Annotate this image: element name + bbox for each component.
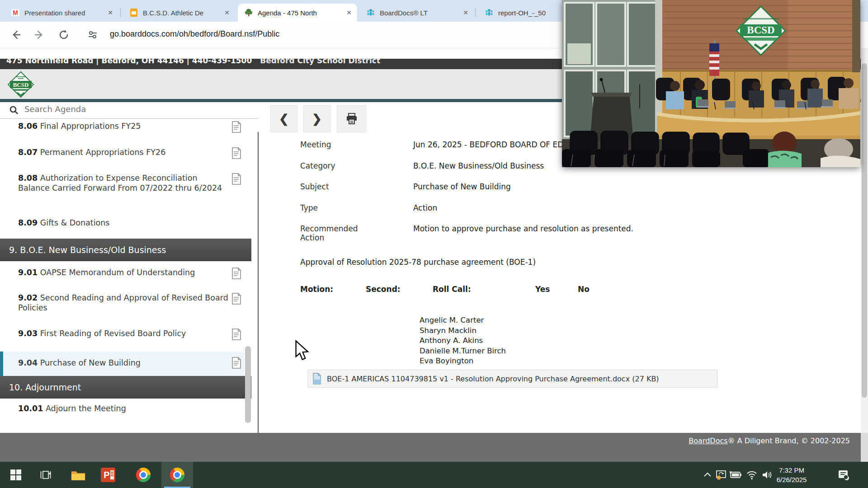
forward-icon[interactable] bbox=[33, 29, 45, 41]
document-icon[interactable] bbox=[231, 267, 241, 280]
close-icon[interactable]: ✕ bbox=[108, 9, 113, 16]
sidebar-item-8-06[interactable]: 8.06 Final Appropriations FY25 bbox=[0, 121, 231, 131]
item-label: Permanent Appropriations FY26 bbox=[40, 148, 166, 157]
action-center-icon[interactable] bbox=[837, 469, 850, 481]
vote-col-second: Second: bbox=[366, 285, 401, 294]
desktop: M Presentation shared ✕ B.C.S.D. Athleti… bbox=[0, 0, 868, 488]
tab-separator bbox=[120, 8, 121, 17]
member-name: Angelic M. Carter bbox=[420, 315, 506, 326]
tab-title: Agenda - 475 North bbox=[258, 9, 317, 17]
footer-text: ® A Diligent Brand, © 2002-2025 bbox=[728, 436, 850, 445]
item-number: 8.07 bbox=[18, 148, 38, 157]
close-icon[interactable]: ✕ bbox=[463, 9, 468, 16]
clock-date: 6/26/2025 bbox=[776, 475, 807, 484]
wifi-icon[interactable] bbox=[746, 469, 758, 480]
item-label: Purchase of New Building bbox=[40, 358, 141, 367]
search-agenda-input[interactable] bbox=[24, 104, 224, 114]
site-settings-icon[interactable] bbox=[87, 29, 99, 41]
display-sync-icon[interactable] bbox=[715, 469, 727, 481]
close-icon[interactable]: ✕ bbox=[224, 9, 230, 16]
board-member-list: Angelic M. Carter Sharyn Macklin Anthony… bbox=[420, 315, 506, 366]
sidebar-item-9-01[interactable]: 9.01 OAPSE Memorandum of Understanding bbox=[0, 267, 231, 277]
sidebar-item-9-03[interactable]: 9.03 First Reading of Revised Board Poli… bbox=[0, 328, 231, 338]
sidebar-item-8-09[interactable]: 8.09 Gifts & Donations bbox=[0, 218, 231, 228]
district-name: Bedford City School District bbox=[260, 59, 380, 65]
sidebar-item-9-04-selected[interactable]: 9.04 Purchase of New Building bbox=[0, 352, 244, 376]
tab-athletic[interactable]: B.C.S.D. Athletic De ✕ bbox=[123, 4, 235, 22]
volume-icon[interactable] bbox=[761, 469, 773, 480]
print-button[interactable] bbox=[337, 105, 366, 132]
slides-icon bbox=[129, 8, 138, 17]
tab-agenda-active[interactable]: Agenda - 475 North ✕ bbox=[238, 4, 357, 22]
mouse-cursor bbox=[295, 340, 310, 361]
item-number: 8.09 bbox=[18, 218, 38, 227]
address-bar[interactable]: go.boarddocs.com/oh/bedford/Board.nsf/Pu… bbox=[110, 29, 279, 39]
chrome-active-button[interactable] bbox=[170, 467, 185, 483]
section-label: 9. B.O.E. New Business/Old Business bbox=[9, 245, 166, 255]
item-body-text: Approval of Resolution 2025-78 purchase … bbox=[300, 258, 536, 267]
boarddocs-icon bbox=[366, 8, 375, 17]
agenda-sidebar: 8.06 Final Appropriations FY25 8.07 Perm… bbox=[0, 102, 258, 433]
chrome-button[interactable] bbox=[136, 467, 151, 483]
attachment-link[interactable]: BOE-1 AMERICAS 1104739815 v1 - Resolutio… bbox=[307, 370, 717, 388]
document-icon[interactable] bbox=[231, 147, 241, 160]
prev-item-button[interactable]: ❮ bbox=[270, 105, 297, 132]
tab-separator bbox=[475, 8, 476, 17]
sidebar-item-10-01[interactable]: 10.01 Adjourn the Meeting bbox=[0, 404, 231, 413]
task-view-button[interactable] bbox=[38, 467, 53, 483]
item-label: OAPSE Memorandum of Understanding bbox=[40, 268, 195, 277]
item-label: Adjourn the Meeting bbox=[46, 404, 126, 413]
sidebar-section-9[interactable]: 9. B.O.E. New Business/Old Business bbox=[0, 239, 251, 261]
next-item-button[interactable]: ❯ bbox=[303, 105, 330, 132]
chevron-right-icon: ❯ bbox=[312, 112, 322, 126]
page-scrollbar[interactable] bbox=[861, 48, 868, 462]
item-label: Gifts & Donations bbox=[40, 218, 110, 227]
vote-col-yes: Yes bbox=[535, 285, 550, 294]
document-icon[interactable] bbox=[231, 357, 241, 369]
item-label: First Reading of Revised Board Policy bbox=[40, 329, 186, 338]
taskbar-clock[interactable]: 7:32 PM 6/26/2025 bbox=[776, 465, 807, 484]
reload-icon[interactable] bbox=[58, 29, 70, 41]
vote-col-motion: Motion: bbox=[300, 285, 333, 294]
scrollbar-corner bbox=[861, 433, 868, 462]
vote-col-no: No bbox=[578, 285, 590, 294]
search-icon bbox=[9, 105, 19, 115]
item-label: Final Appropriations FY25 bbox=[40, 122, 141, 131]
svg-text:BCSD: BCSD bbox=[747, 24, 774, 36]
file-explorer-button[interactable] bbox=[71, 467, 86, 483]
sidebar-item-8-07[interactable]: 8.07 Permanent Appropriations FY26 bbox=[0, 147, 231, 157]
document-icon[interactable] bbox=[231, 121, 241, 133]
item-label: Authorization to Expense Reconciliation … bbox=[18, 174, 222, 192]
meeting-video-stream[interactable]: BCSD bbox=[562, 0, 860, 167]
sidebar-item-8-08[interactable]: 8.08 Authorization to Expense Reconcilia… bbox=[0, 173, 231, 193]
sidebar-scrollbar[interactable] bbox=[245, 346, 251, 423]
document-icon[interactable] bbox=[231, 293, 241, 305]
page-footer: BoardDocs® A Diligent Brand, © 2002-2025 bbox=[0, 433, 861, 462]
windows-icon bbox=[9, 469, 22, 481]
search-row bbox=[0, 102, 258, 119]
document-icon[interactable] bbox=[231, 328, 241, 341]
battery-icon[interactable] bbox=[729, 470, 742, 480]
document-icon[interactable] bbox=[231, 173, 241, 185]
section-label: 10. Adjournment bbox=[9, 382, 81, 392]
boarddocs-link[interactable]: BoardDocs bbox=[689, 436, 727, 445]
svg-text:M: M bbox=[13, 9, 18, 16]
tab-gmail[interactable]: M Presentation shared ✕ bbox=[5, 4, 118, 22]
sidebar-item-9-02[interactable]: 9.02 Second Reading and Approval of Revi… bbox=[0, 293, 231, 313]
start-button[interactable] bbox=[8, 467, 24, 483]
tab-report[interactable]: report-OH_-_50 bbox=[478, 4, 569, 22]
tray-expand-icon[interactable] bbox=[703, 472, 712, 478]
tab-title: B.C.S.D. Athletic De bbox=[143, 9, 203, 17]
member-name: Danielle M.Turner Birch bbox=[420, 346, 506, 357]
bcsd-logo: BCSD bbox=[7, 71, 34, 98]
item-number: 8.06 bbox=[18, 122, 38, 131]
detail-value: Motion to approve purchase and resolutio… bbox=[413, 224, 633, 233]
powerpoint-button[interactable]: P bbox=[100, 467, 116, 483]
sidebar-section-10[interactable]: 10. Adjournment bbox=[0, 376, 251, 399]
back-icon[interactable] bbox=[10, 29, 22, 41]
close-icon[interactable]: ✕ bbox=[346, 9, 352, 16]
tab-boarddocs[interactable]: BoardDocs® LT ✕ bbox=[360, 4, 474, 22]
scrollbar-thumb[interactable] bbox=[862, 63, 867, 398]
item-number: 9.03 bbox=[18, 329, 38, 338]
file-docx-icon bbox=[312, 373, 321, 385]
